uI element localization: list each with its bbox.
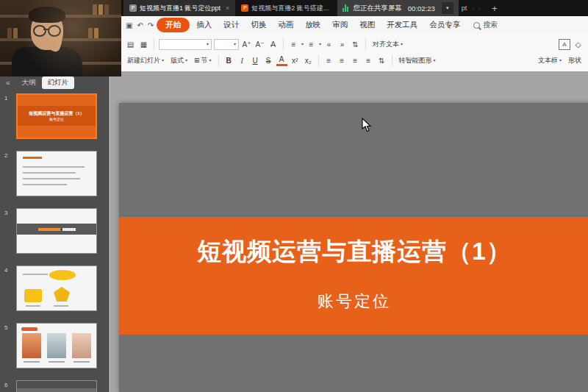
- shapes-icon[interactable]: ◇: [573, 38, 584, 50]
- slide-row-6: 6: [0, 380, 109, 392]
- slide-panel-header: « 大纲 幻灯片: [0, 76, 109, 89]
- underline-button[interactable]: U: [250, 54, 261, 66]
- toolbar-row-1: ▤ ▦ ▾ ▾ A⁺ A⁻ A ≡ ▾ ≡ ▾ « » ⇅ 对齐文本 ▾ A ◇: [125, 38, 584, 51]
- layout-label: 版式: [171, 56, 184, 65]
- chevron-down-icon: ▾: [185, 58, 187, 63]
- ribbon-tab-insert[interactable]: 插入: [191, 18, 217, 32]
- screen-share-timer: 00:02:23: [408, 4, 435, 13]
- ribbon-tab-transition[interactable]: 切换: [245, 18, 271, 32]
- slide-number: 2: [4, 152, 7, 159]
- chevron-down-icon: ▾: [401, 42, 403, 46]
- divider: [365, 38, 366, 50]
- line-spacing-icon[interactable]: ⇅: [350, 38, 361, 50]
- save-icon[interactable]: ▣: [126, 21, 132, 29]
- ribbon-tab-member[interactable]: 会员专享: [424, 18, 465, 32]
- paragraph-spacing-icon[interactable]: ⇅: [376, 54, 387, 66]
- document-tab-2[interactable]: P 短视频与直播2 账号搭建...: [235, 0, 334, 16]
- ribbon-tab-developer[interactable]: 开发工具: [381, 18, 423, 32]
- tab-outline[interactable]: 大纲: [16, 76, 42, 89]
- divider: [154, 38, 154, 50]
- editing-canvas[interactable]: 短视频运营与直播运营（1） 账号定位: [109, 71, 588, 392]
- bullet-list-icon[interactable]: ≡: [288, 38, 299, 50]
- italic-button[interactable]: I: [237, 54, 248, 66]
- document-tab-3-partial[interactable]: pt: [459, 0, 470, 16]
- slide-row-5: 5: [0, 323, 109, 380]
- font-family-combo[interactable]: ▾: [159, 39, 212, 50]
- subscript-button[interactable]: x₂: [303, 54, 314, 66]
- ribbon-tab-review[interactable]: 审阅: [327, 18, 353, 32]
- slide-thumbnail-6[interactable]: [16, 380, 97, 392]
- collapse-panel-icon[interactable]: «: [6, 79, 10, 87]
- slide-number: 1: [4, 95, 7, 101]
- indent-increase-icon[interactable]: »: [337, 38, 348, 50]
- font-size-combo[interactable]: ▾: [214, 39, 239, 50]
- close-icon[interactable]: ×: [226, 4, 229, 12]
- layout-button[interactable]: 版式 ▾: [168, 55, 190, 66]
- decrease-font-button[interactable]: A⁻: [254, 38, 265, 50]
- title-banner[interactable]: 短视频运营与直播运营（1） 账号定位: [119, 217, 588, 335]
- section-label: 节: [201, 56, 208, 65]
- align-center-icon[interactable]: ≡: [337, 54, 348, 66]
- redo-icon[interactable]: ↷: [148, 21, 154, 29]
- document-tab-1[interactable]: P 短视频与直播1 账号定位ppt ×: [123, 0, 235, 16]
- ribbon-tab-design[interactable]: 设计: [218, 18, 244, 32]
- slide-number: 6: [4, 382, 7, 388]
- textbox-button[interactable]: 文本框 ▾: [536, 55, 564, 66]
- bold-button[interactable]: B: [223, 54, 234, 66]
- font-color-button[interactable]: A: [276, 54, 287, 66]
- slide-thumbnail-5[interactable]: [16, 323, 97, 368]
- slide-thumbnail-1[interactable]: 短视频运营与直播运营（1） 账号定位: [16, 93, 97, 139]
- strikethrough-button[interactable]: S: [263, 54, 274, 66]
- textbox-icon[interactable]: A: [559, 38, 570, 50]
- thumb1-title: 短视频运营与直播运营（1）: [29, 111, 84, 116]
- shape-button[interactable]: 形状: [566, 55, 584, 66]
- slide-canvas[interactable]: 短视频运营与直播运营（1） 账号定位: [119, 103, 588, 392]
- numbered-list-icon[interactable]: ≡: [306, 38, 317, 50]
- superscript-button[interactable]: x²: [290, 54, 301, 66]
- increase-font-button[interactable]: A⁺: [241, 38, 252, 50]
- slide-thumbnail-list: 1 短视频运营与直播运营（1） 账号定位 2: [0, 93, 109, 392]
- thumb1-title-band: 短视频运营与直播运营（1） 账号定位: [18, 106, 96, 126]
- undo-icon[interactable]: ↶: [137, 21, 143, 29]
- ribbon-tab-view[interactable]: 视图: [354, 18, 380, 32]
- new-slide-label: 新建幻灯片: [127, 56, 160, 65]
- chevron-down-icon[interactable]: ▾: [442, 2, 453, 14]
- clear-format-button[interactable]: A: [268, 38, 279, 50]
- align-right-icon[interactable]: ≡: [350, 54, 361, 66]
- ppt-doc-icon: P: [129, 4, 137, 12]
- ribbon-tab-home[interactable]: 开始: [157, 18, 190, 32]
- ribbon-tab-slideshow[interactable]: 放映: [300, 18, 326, 32]
- thumb5-photo-1: [22, 333, 41, 358]
- screen-share-banner[interactable]: 您正在共享屏幕 00:02:23 ▾: [337, 0, 458, 16]
- ribbon-search[interactable]: 搜索: [473, 20, 498, 30]
- slide-subtitle[interactable]: 账号定位: [119, 291, 588, 313]
- slide-row-3: 3: [0, 208, 109, 266]
- chevron-down-icon: ▾: [162, 58, 164, 63]
- slide-thumbnail-2[interactable]: [16, 151, 97, 196]
- new-tab-button[interactable]: +: [492, 3, 498, 14]
- align-justify-icon[interactable]: ≡: [363, 54, 374, 66]
- chevron-down-icon[interactable]: ▾: [319, 42, 321, 46]
- tab-slides[interactable]: 幻灯片: [42, 76, 75, 89]
- chevron-down-icon[interactable]: ▾: [301, 42, 304, 46]
- webcam-video: [0, 0, 121, 76]
- slide-thumbnail-4[interactable]: [16, 266, 97, 311]
- slide-panel: « 大纲 幻灯片 1 短视频运营与直播运营（1） 账号定位 2: [0, 71, 109, 392]
- to-smartart-button[interactable]: 转智能图形 ▾: [397, 55, 438, 66]
- indent-decrease-icon[interactable]: «: [323, 38, 334, 50]
- audio-level-icon: [343, 4, 348, 12]
- slide-row-1: 1 短视频运营与直播运营（1） 账号定位: [0, 93, 109, 151]
- section-button[interactable]: ⊞ 节 ▾: [192, 55, 214, 66]
- ribbon-tab-animation[interactable]: 动画: [273, 18, 298, 32]
- divider: [392, 54, 392, 66]
- slide-thumbnail-3[interactable]: [16, 208, 97, 254]
- slide-title[interactable]: 短视频运营与直播运营（1）: [119, 235, 588, 268]
- format-painter-icon[interactable]: ▦: [138, 38, 149, 50]
- paste-icon[interactable]: ▤: [125, 38, 136, 50]
- align-left-icon[interactable]: ≡: [323, 54, 334, 66]
- align-text-button[interactable]: 对齐文本 ▾: [370, 39, 405, 50]
- chevron-down-icon: ▾: [559, 58, 562, 63]
- thumb5-photo-2: [47, 333, 66, 358]
- search-icon: [473, 22, 480, 29]
- new-slide-button[interactable]: 新建幻灯片 ▾: [125, 55, 166, 66]
